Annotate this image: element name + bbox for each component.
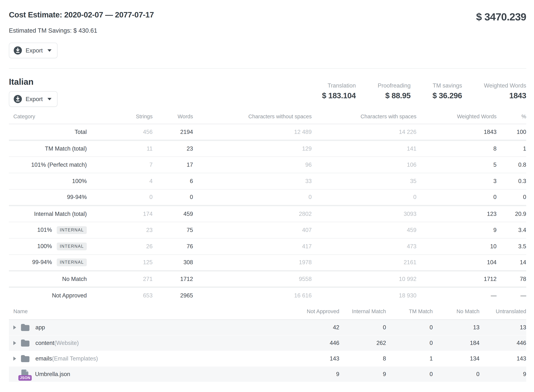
words-value: 76 xyxy=(153,238,193,255)
tm-savings-line: Estimated TM Savings: $ 430.61 xyxy=(9,27,154,34)
percent-value: 78 xyxy=(497,271,526,287)
table-row-99-94: 99-94% 0 0 0 0 0 0 xyxy=(9,189,526,206)
col-chars-without-spaces: Characters without spaces xyxy=(193,113,312,124)
files-table-header-row: Name Not Approved Internal Match TM Matc… xyxy=(9,308,526,320)
category-label: Total xyxy=(9,124,87,140)
category-label: Not Approved xyxy=(9,287,87,303)
chars-with-value: 14 226 xyxy=(312,124,416,140)
col-not-approved: Not Approved xyxy=(293,308,339,320)
strings-value: 0 xyxy=(87,189,153,206)
chars-with-value: 18 930 xyxy=(312,287,416,303)
folder-row-emails[interactable]: emails(Email Templates) 143 8 1 134 143 xyxy=(9,351,526,366)
folder-row-content[interactable]: content(Website) 446 262 0 184 446 xyxy=(9,335,526,351)
file-name-suffix: (Website) xyxy=(54,340,79,346)
weighted-value: 9 xyxy=(416,222,497,238)
col-name: Name xyxy=(9,308,293,320)
chevron-down-icon xyxy=(47,49,51,52)
col-strings: Strings xyxy=(87,113,153,124)
table-row-101-internal: 101%INTERNAL 23 75 407 459 9 3.4 xyxy=(9,222,526,238)
cost-estimate-page: Cost Estimate: 2020-02-07 — 2077-07-17 E… xyxy=(0,0,534,392)
language-export-button[interactable]: Export xyxy=(9,91,57,107)
folder-icon xyxy=(21,324,29,331)
col-internal-match: Internal Match xyxy=(339,308,386,320)
chars-without-value: 417 xyxy=(193,238,312,255)
file-name-suffix: (Email Templates) xyxy=(52,355,98,362)
words-value: 2965 xyxy=(153,287,193,303)
tm-match-value: 0 xyxy=(386,335,433,351)
col-chars-with-spaces: Characters with spaces xyxy=(312,113,416,124)
no-match-value: 134 xyxy=(433,351,479,366)
no-match-value: 184 xyxy=(433,335,479,351)
folder-row-app[interactable]: app 42 0 0 13 13 xyxy=(9,319,526,335)
weighted-value: 3 xyxy=(416,173,497,189)
col-words: Words xyxy=(153,113,193,124)
files-table: Name Not Approved Internal Match TM Matc… xyxy=(9,308,526,382)
page-header-left: Cost Estimate: 2020-02-07 — 2077-07-17 E… xyxy=(9,10,154,58)
untranslated-value: 13 xyxy=(479,319,526,335)
category-table-header-row: Category Strings Words Characters withou… xyxy=(9,113,526,124)
expand-caret-icon[interactable] xyxy=(13,341,16,345)
internal-match-value: 262 xyxy=(339,335,386,351)
chars-without-value: 1978 xyxy=(193,255,312,271)
file-row-umbrella-json[interactable]: JSON Umbrella.json 9 9 0 0 9 xyxy=(9,366,526,382)
chars-with-value: 10 992 xyxy=(312,271,416,287)
untranslated-value: 446 xyxy=(479,335,526,351)
table-row-no-match: No Match 271 1712 9558 10 992 1712 78 xyxy=(9,271,526,287)
json-file-icon: JSON xyxy=(21,369,29,379)
json-badge: JSON xyxy=(18,375,32,381)
words-value: 17 xyxy=(153,157,193,173)
stat-value: $ 88.95 xyxy=(378,91,411,100)
chevron-down-icon xyxy=(47,98,51,100)
file-name: Umbrella.json xyxy=(35,371,70,378)
weighted-value: 1712 xyxy=(416,271,497,287)
percent-value: — xyxy=(497,287,526,303)
expand-caret-icon[interactable] xyxy=(13,325,16,330)
export-button[interactable]: Export xyxy=(9,43,57,58)
stat-label: Proofreading xyxy=(378,82,411,89)
untranslated-value: 143 xyxy=(479,351,526,366)
table-row-not-approved: Not Approved 653 2965 16 616 18 930 — — xyxy=(9,287,526,303)
internal-match-value: 9 xyxy=(339,366,386,382)
folder-icon xyxy=(21,340,29,347)
grand-total-value: $ 3470.239 xyxy=(476,11,526,23)
download-icon xyxy=(14,95,22,103)
strings-value: 653 xyxy=(87,287,153,303)
table-row-100-internal: 100%INTERNAL 26 76 417 473 10 3.5 xyxy=(9,238,526,255)
col-percent: % xyxy=(497,113,526,124)
words-value: 459 xyxy=(153,206,193,222)
chars-with-value: 106 xyxy=(312,157,416,173)
expand-caret-icon[interactable] xyxy=(13,357,16,361)
weighted-value: 8 xyxy=(416,140,497,157)
chars-with-value: 35 xyxy=(312,173,416,189)
not-approved-value: 9 xyxy=(293,366,339,382)
percent-value: 100 xyxy=(497,124,526,140)
strings-value: 4 xyxy=(87,173,153,189)
page-title: Cost Estimate: 2020-02-07 — 2077-07-17 xyxy=(9,10,154,19)
stat-value: $ 36.296 xyxy=(432,91,462,100)
not-approved-value: 143 xyxy=(293,351,339,366)
strings-value: 11 xyxy=(87,140,153,157)
chars-with-value: 2161 xyxy=(312,255,416,271)
col-weighted-words: Weighted Words xyxy=(416,113,497,124)
words-value: 23 xyxy=(153,140,193,157)
col-category: Category xyxy=(9,113,87,124)
col-untranslated: Untranslated xyxy=(479,308,526,320)
section-divider xyxy=(9,68,526,69)
chars-without-value: 129 xyxy=(193,140,312,157)
table-row-100: 100% 4 6 33 35 3 0.3 xyxy=(9,173,526,189)
category-table: Category Strings Words Characters withou… xyxy=(9,113,526,303)
category-label: 99-94% xyxy=(32,259,52,265)
words-value: 1712 xyxy=(153,271,193,287)
folder-icon xyxy=(21,355,29,362)
chars-without-value: 33 xyxy=(193,173,312,189)
strings-value: 26 xyxy=(87,238,153,255)
stat-value: $ 183.104 xyxy=(322,91,356,100)
cost-stats: Translation $ 183.104 Proofreading $ 88.… xyxy=(322,82,526,100)
table-row-total: Total 456 2194 12 489 14 226 1843 100 xyxy=(9,124,526,140)
col-no-match: No Match xyxy=(433,308,479,320)
no-match-value: 13 xyxy=(433,319,479,335)
weighted-value: — xyxy=(416,287,497,303)
chars-without-value: 2802 xyxy=(193,206,312,222)
internal-badge: INTERNAL xyxy=(57,258,87,266)
weighted-value: 0 xyxy=(416,189,497,206)
